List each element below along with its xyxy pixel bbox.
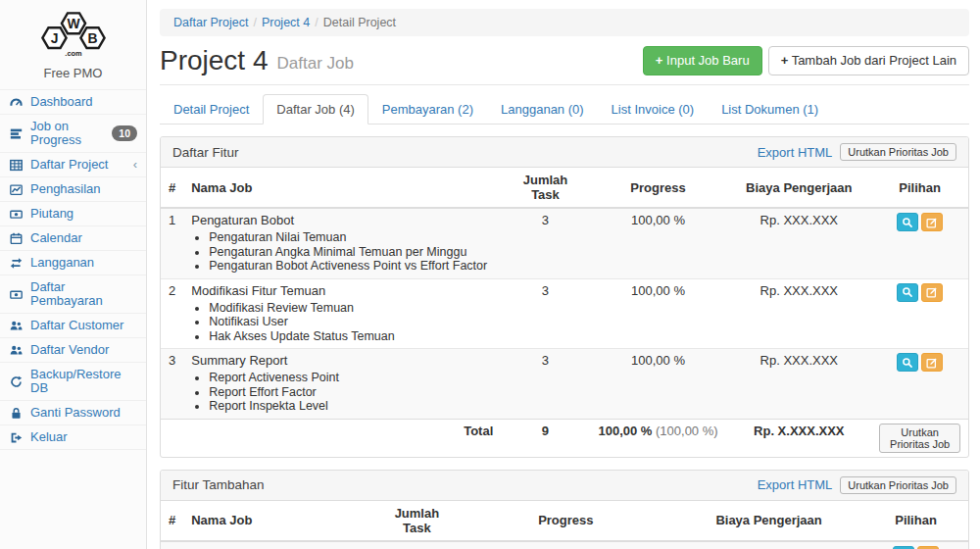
logo[interactable]: W J B .com Free PMO	[0, 0, 146, 90]
sidebar-item-label: Penghasilan	[30, 182, 101, 196]
column-header: Nama Job	[183, 168, 501, 208]
tab-detail-project[interactable]: Detail Project	[160, 94, 263, 125]
sidebar-item-label: Calendar	[30, 231, 82, 245]
job-name: Summary Report	[191, 353, 287, 368]
edit-job-button[interactable]	[921, 283, 943, 302]
svg-text:W: W	[67, 16, 80, 31]
column-header: Nama Job	[183, 501, 376, 541]
users-icon	[9, 344, 24, 357]
urutkan-prioritas-job-button[interactable]: Urutkan Prioritas Job	[840, 143, 956, 161]
urutkan-prioritas-job-button[interactable]: Urutkan Prioritas Job	[879, 424, 960, 453]
subtask: Report Effort Factor	[209, 385, 493, 400]
progress-value: 100,00 %	[458, 541, 675, 549]
table-row: 1 Pengaturan Bobot Pengaturan Nilai Temu…	[161, 208, 968, 278]
tab-daftar-job[interactable]: Daftar Job (4)	[263, 94, 368, 125]
column-header: Progress	[458, 501, 675, 541]
sidebar-item-langganan[interactable]: Langganan	[0, 251, 146, 275]
sidebar-item-backup-restore-db[interactable]: Backup/Restore DB	[0, 363, 146, 401]
button-label: Input Job Baru	[666, 53, 750, 68]
export-html-link[interactable]: Export HTML	[758, 145, 833, 160]
view-job-button[interactable]	[897, 283, 918, 302]
total-tasks: 9	[501, 419, 589, 457]
column-header: Jumlah Task	[501, 168, 589, 208]
tasks-icon	[9, 127, 24, 140]
breadcrumb-daftar-project[interactable]: Daftar Project	[173, 16, 248, 29]
column-header: Biaya Pengerjaan	[726, 168, 871, 208]
header-divider	[160, 84, 969, 85]
project-tabs: Detail Project Daftar Job (4) Pembayaran…	[160, 94, 969, 125]
sidebar-item-daftar-vendor[interactable]: Daftar Vendor	[0, 338, 146, 363]
column-header: #	[161, 501, 183, 541]
fitur-tambahan-table: # Nama Job Jumlah Task Progress Biaya Pe…	[161, 501, 968, 549]
svg-text:.com: .com	[65, 49, 82, 58]
sidebar-item-label: Daftar Project	[30, 158, 108, 172]
subtask: Pengaturan Angka Minimal Temuan per Ming…	[209, 245, 493, 260]
sidebar-item-ganti-password[interactable]: Ganti Password	[0, 401, 146, 425]
job-name: Modifikasi Fitur Temuan	[191, 283, 325, 298]
urutkan-prioritas-job-button[interactable]: Urutkan Prioritas Job	[840, 476, 956, 494]
sidebar-item-daftar-pembayaran[interactable]: Daftar Pembayaran	[0, 275, 146, 314]
row-number: 3	[161, 349, 183, 420]
total-biaya: Rp. X.XXX.XXX	[726, 419, 871, 457]
sidebar-item-daftar-customer[interactable]: Daftar Customer	[0, 314, 146, 338]
task-count: 3	[501, 278, 589, 349]
tab-list-dokumen[interactable]: List Dokumen (1)	[708, 94, 832, 125]
sidebar-item-label: Daftar Customer	[30, 319, 123, 332]
export-html-link[interactable]: Export HTML	[758, 477, 833, 492]
sidebar-item-daftar-project[interactable]: Daftar Project ‹	[0, 153, 146, 177]
svg-text:B: B	[87, 30, 97, 46]
sidebar-item-label: Daftar Vendor	[30, 343, 109, 357]
edit-job-button[interactable]	[917, 546, 939, 549]
money-icon	[9, 208, 24, 221]
line-chart-icon	[9, 183, 24, 196]
jwb-logo-icon: W J B .com	[30, 8, 117, 59]
job-name-cell: Modifikasi Fitur Temuan Modifikasi Revie…	[183, 278, 501, 349]
sidebar-item-keluar[interactable]: Keluar	[0, 425, 146, 450]
actions-cell	[871, 208, 968, 278]
biaya-value: Rp. XXX.XXX	[726, 349, 871, 420]
biaya-value: Rp. XXX.XXX	[726, 278, 871, 349]
sidebar-item-label: Piutang	[30, 207, 74, 221]
page-subtitle: Daftar Job	[277, 48, 354, 74]
sidebar-item-dashboard[interactable]: Dashboard	[0, 90, 146, 115]
subtask: Notifikasi User	[209, 315, 493, 329]
actions-cell	[871, 349, 968, 420]
input-job-baru-button[interactable]: + Input Job Baru	[643, 46, 762, 75]
view-job-button[interactable]	[897, 213, 918, 231]
row-number: 1	[161, 208, 183, 278]
actions-cell	[863, 541, 968, 549]
sidebar-item-calendar[interactable]: Calendar	[0, 226, 146, 251]
sidebar-item-penghasilan[interactable]: Penghasilan	[0, 177, 146, 202]
biaya-value: Rp. XXX.XXX	[726, 208, 871, 278]
column-header: #	[161, 168, 183, 208]
plus-icon: +	[781, 53, 789, 68]
job-name: Modifikasi Profil User	[191, 546, 311, 549]
tab-langganan[interactable]: Langganan (0)	[487, 94, 598, 125]
column-header: Pilihan	[863, 501, 968, 541]
progress-value: 100,00 %	[590, 278, 727, 349]
row-number: 2	[161, 278, 183, 349]
subtask: Pengaturan Nilai Temuan	[209, 230, 493, 245]
view-job-button[interactable]	[893, 546, 914, 549]
edit-job-button[interactable]	[921, 353, 943, 372]
edit-job-button[interactable]	[921, 213, 943, 231]
total-row: Total 9 100,00 % (100,00 %) Rp. X.XXX.XX…	[161, 419, 968, 457]
sidebar-item-job-on-progress[interactable]: Job on Progress 10	[0, 115, 146, 153]
task-count: 3	[501, 349, 589, 420]
sidebar-item-piutang[interactable]: Piutang	[0, 202, 146, 226]
app-name: Free PMO	[0, 66, 146, 80]
daftar-fitur-table: # Nama Job Jumlah Task Progress Biaya Pe…	[161, 168, 968, 457]
money-icon	[9, 288, 24, 301]
breadcrumb-project-4[interactable]: Project 4	[262, 16, 310, 29]
breadcrumb-separator: /	[315, 16, 318, 29]
job-name-cell: Summary Report Report Activeness Point R…	[183, 349, 501, 420]
sidebar-item-label: Langganan	[30, 256, 94, 270]
subtask: Hak Akses Update Status Temuan	[209, 329, 493, 344]
tab-pembayaran[interactable]: Pembayaran (2)	[368, 94, 487, 125]
sidebar-item-label: Job on Progress	[30, 120, 105, 147]
tambah-job-dari-project-lain-button[interactable]: + Tambah Job dari Project Lain	[768, 46, 969, 75]
tab-list-invoice[interactable]: List Invoice (0)	[598, 94, 709, 125]
button-label: Tambah Job dari Project Lain	[792, 53, 956, 68]
view-job-button[interactable]	[897, 353, 918, 372]
column-header: Pilihan	[871, 168, 968, 208]
